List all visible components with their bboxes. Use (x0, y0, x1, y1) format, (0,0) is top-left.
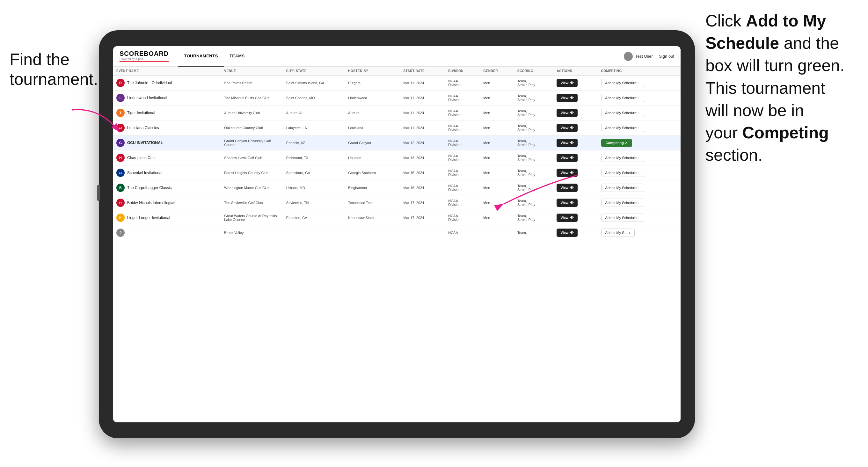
divider: | (655, 54, 656, 59)
logo-underline (120, 61, 168, 62)
view-button[interactable]: View 👁 (557, 94, 578, 102)
table-row: GSSchenkel InvitationalForest Heights Co… (113, 165, 681, 180)
tablet-screen: SCOREBOARD Powered by clippd TOURNAMENTS… (113, 46, 681, 423)
add-to-schedule-button[interactable]: Add to My Schedule + (601, 79, 644, 87)
add-to-schedule-button[interactable]: Add to My Schedule + (601, 198, 644, 207)
actions-cell: View 👁 (553, 210, 598, 225)
event-name-cell: GSSchenkel Invitational (113, 165, 221, 180)
team-logo: B (116, 184, 125, 192)
division-cell: NCAADivision I (445, 180, 480, 195)
event-name-text: Schenkel Invitational (127, 170, 162, 175)
venue-cell: The Missouri Bluffs Golf Club (221, 91, 283, 105)
event-name-text: The Carpetbagger Classic (127, 186, 172, 190)
division-cell: NCAADivision I (445, 210, 480, 225)
hosted-by-cell: Grand Canyon (345, 135, 400, 151)
scoring-cell: Team, (514, 225, 554, 240)
start-date-cell: Mar 16, 2024 (400, 180, 445, 195)
scoring-cell: Team,Stroke Play (514, 105, 554, 121)
city-state-cell: Urbana, MD (283, 180, 345, 195)
gender-cell (480, 225, 514, 240)
team-logo: L (116, 94, 125, 102)
city-state-cell: Lafayette, LA (283, 121, 345, 135)
add-to-schedule-button[interactable]: Add to My Schedule + (601, 109, 644, 117)
nav-tabs: TOURNAMENTS TEAMS (178, 46, 250, 67)
event-name-cell: BThe Carpetbagger Classic (113, 180, 221, 195)
hosted-by-cell: Louisiana (345, 121, 400, 135)
actions-cell: View 👁 (553, 91, 598, 105)
view-button[interactable]: View 👁 (557, 79, 578, 87)
start-date-cell: Mar 11, 2024 (400, 121, 445, 135)
view-button[interactable]: View 👁 (557, 124, 578, 132)
venue-cell: The Sevierville Golf Club (221, 195, 283, 210)
table-container[interactable]: EVENT NAME VENUE CITY, STATE HOSTED BY S… (113, 67, 681, 423)
annotation-left: Find the tournament. (9, 50, 98, 89)
view-button[interactable]: View 👁 (557, 109, 578, 117)
actions-cell: View 👁 (553, 75, 598, 91)
tab-tournaments[interactable]: TOURNAMENTS (178, 46, 223, 67)
scoring-cell: Team,Stroke Play (514, 121, 554, 135)
col-gender: GENDER (480, 67, 514, 75)
table-row: TTBobby Nichols IntercollegiateThe Sevie… (113, 195, 681, 210)
start-date-cell: Mar 11, 2024 (400, 105, 445, 121)
view-button[interactable]: View 👁 (557, 198, 578, 207)
view-button[interactable]: View 👁 (557, 168, 578, 177)
col-city-state: CITY, STATE (283, 67, 345, 75)
start-date-cell: Mar 13, 2024 (400, 151, 445, 165)
add-to-schedule-button[interactable]: Add to My Schedule + (601, 154, 644, 162)
competing-button[interactable]: Competing ✓ (601, 139, 632, 147)
logo-sub: Powered by clippd (120, 57, 168, 61)
add-to-schedule-button[interactable]: Add to My S... + (601, 228, 635, 237)
scoring-cell: Team,Stroke Play (514, 91, 554, 105)
col-actions: ACTIONS (553, 67, 598, 75)
view-button[interactable]: View 👁 (557, 228, 578, 237)
city-state-cell: Saint Charles, MO (283, 91, 345, 105)
gender-cell: Men (480, 105, 514, 121)
add-to-schedule-button[interactable]: Add to My Schedule + (601, 214, 644, 222)
gender-cell: Men (480, 165, 514, 180)
venue-cell: Great Waters Course At Reynolds Lake Oco… (221, 210, 283, 225)
hosted-by-cell: Tennessee Tech (345, 195, 400, 210)
venue-cell: Worthington Manor Golf Club (221, 180, 283, 195)
division-cell: NCAADivision I (445, 151, 480, 165)
table-row: LLindenwood InvitationalThe Missouri Blu… (113, 91, 681, 105)
event-name-text: Tiger Invitational (127, 111, 155, 115)
view-button[interactable]: View 👁 (557, 139, 578, 147)
event-name-cell: HChampions Cup (113, 151, 221, 165)
add-to-schedule-button[interactable]: Add to My Schedule + (601, 94, 644, 102)
col-event-name: EVENT NAME (113, 67, 221, 75)
view-button[interactable]: View 👁 (557, 154, 578, 162)
logo-text: SCOREBOARD (120, 50, 168, 57)
add-to-schedule-button[interactable]: Add to My Schedule + (601, 184, 644, 192)
division-cell: NCAADivision I (445, 121, 480, 135)
actions-cell: View 👁 (553, 180, 598, 195)
view-button[interactable]: View 👁 (557, 184, 578, 192)
actions-cell: View 👁 (553, 225, 598, 240)
view-button[interactable]: View 👁 (557, 214, 578, 222)
start-date-cell: Mar 15, 2024 (400, 165, 445, 180)
division-cell: NCAADivision I (445, 105, 480, 121)
sign-out-link[interactable]: Sign out (659, 54, 674, 59)
actions-cell: View 👁 (553, 121, 598, 135)
competing-cell: Add to My Schedule + (598, 105, 681, 121)
venue-cell: Sea Palms Resort (221, 75, 283, 91)
add-to-schedule-button[interactable]: Add to My Schedule + (601, 124, 644, 132)
scoring-cell: Team,Stroke Play (514, 151, 554, 165)
competing-cell: Add to My Schedule + (598, 75, 681, 91)
competing-cell: Add to My Schedule + (598, 180, 681, 195)
scoring-cell: Team,Stroke Play (514, 75, 554, 91)
event-name-text: Champions Cup (127, 156, 155, 160)
tab-teams[interactable]: TEAMS (224, 46, 251, 67)
gender-cell: Men (480, 75, 514, 91)
competing-cell: Add to My Schedule + (598, 121, 681, 135)
event-name-text: GCU INVITATIONAL (127, 141, 163, 145)
venue-cell: Forest Heights Country Club (221, 165, 283, 180)
add-to-schedule-button[interactable]: Add to My Schedule + (601, 168, 644, 177)
tablet-frame: SCOREBOARD Powered by clippd TOURNAMENTS… (99, 30, 695, 438)
actions-cell: View 👁 (553, 151, 598, 165)
venue-cell: Grand Canyon University Golf Course (221, 135, 283, 151)
col-venue: VENUE (221, 67, 283, 75)
table-row: KLinger Longer InvitationalGreat Waters … (113, 210, 681, 225)
team-logo: G (116, 139, 125, 147)
start-date-cell (400, 225, 445, 240)
competing-cell: Competing ✓ (598, 135, 681, 151)
